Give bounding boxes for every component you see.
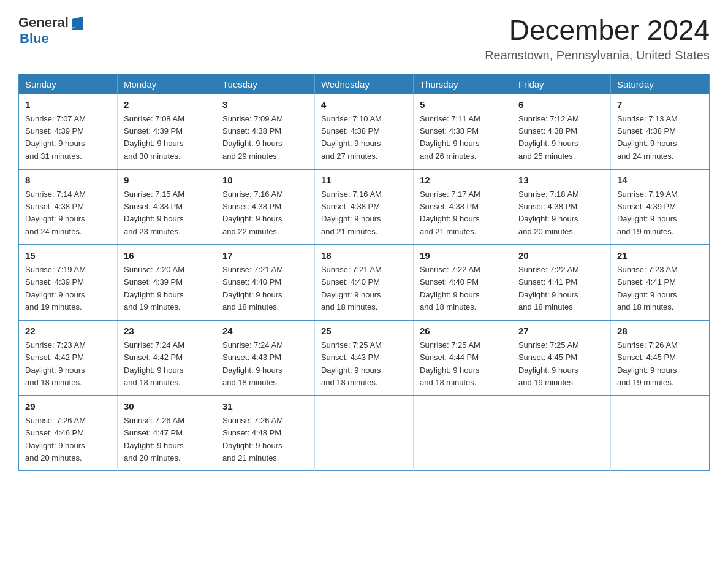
day-info: Sunrise: 7:25 AMSunset: 4:43 PMDaylight:… bbox=[321, 339, 407, 389]
weekday-header-wednesday: Wednesday bbox=[314, 74, 413, 94]
calendar-day-cell: 14Sunrise: 7:19 AMSunset: 4:39 PMDayligh… bbox=[610, 169, 709, 245]
day-info: Sunrise: 7:19 AMSunset: 4:39 PMDaylight:… bbox=[25, 264, 111, 313]
day-info: Sunrise: 7:26 AMSunset: 4:47 PMDaylight:… bbox=[124, 415, 210, 464]
day-number: 20 bbox=[518, 249, 604, 263]
day-number: 31 bbox=[222, 400, 308, 414]
day-number: 27 bbox=[518, 324, 604, 339]
day-info: Sunrise: 7:07 AMSunset: 4:39 PMDaylight:… bbox=[25, 113, 111, 163]
day-number: 10 bbox=[222, 174, 308, 188]
day-info: Sunrise: 7:18 AMSunset: 4:38 PMDaylight:… bbox=[518, 188, 604, 238]
calendar-week-row: 15Sunrise: 7:19 AMSunset: 4:39 PMDayligh… bbox=[19, 245, 710, 320]
calendar-week-row: 29Sunrise: 7:26 AMSunset: 4:46 PMDayligh… bbox=[19, 396, 710, 471]
day-number: 14 bbox=[617, 174, 703, 188]
page-header: General Blue December 2024 Reamstown, Pe… bbox=[18, 15, 710, 63]
day-info: Sunrise: 7:10 AMSunset: 4:38 PMDaylight:… bbox=[321, 113, 407, 163]
day-info: Sunrise: 7:16 AMSunset: 4:38 PMDaylight:… bbox=[222, 188, 308, 238]
calendar-day-cell: 28Sunrise: 7:26 AMSunset: 4:45 PMDayligh… bbox=[610, 320, 709, 396]
day-number: 19 bbox=[420, 249, 506, 263]
day-info: Sunrise: 7:24 AMSunset: 4:43 PMDaylight:… bbox=[222, 339, 308, 389]
calendar-day-cell: 13Sunrise: 7:18 AMSunset: 4:38 PMDayligh… bbox=[512, 169, 610, 245]
day-number: 8 bbox=[25, 174, 111, 188]
day-info: Sunrise: 7:13 AMSunset: 4:38 PMDaylight:… bbox=[617, 113, 703, 163]
calendar-day-cell: 17Sunrise: 7:21 AMSunset: 4:40 PMDayligh… bbox=[216, 245, 314, 320]
day-number: 17 bbox=[222, 249, 308, 263]
calendar-day-cell: 15Sunrise: 7:19 AMSunset: 4:39 PMDayligh… bbox=[19, 245, 118, 320]
day-info: Sunrise: 7:22 AMSunset: 4:40 PMDaylight:… bbox=[420, 264, 506, 313]
calendar-day-cell: 25Sunrise: 7:25 AMSunset: 4:43 PMDayligh… bbox=[314, 320, 413, 396]
day-info: Sunrise: 7:25 AMSunset: 4:45 PMDaylight:… bbox=[518, 339, 604, 389]
day-info: Sunrise: 7:21 AMSunset: 4:40 PMDaylight:… bbox=[321, 264, 407, 313]
day-number: 22 bbox=[25, 324, 111, 339]
calendar-day-cell: 1Sunrise: 7:07 AMSunset: 4:39 PMDaylight… bbox=[19, 94, 118, 169]
day-number: 29 bbox=[25, 400, 111, 414]
day-number: 7 bbox=[617, 98, 703, 112]
page-title: December 2024 bbox=[485, 15, 710, 46]
day-number: 5 bbox=[420, 98, 506, 112]
calendar-day-cell: 27Sunrise: 7:25 AMSunset: 4:45 PMDayligh… bbox=[512, 320, 610, 396]
logo-triangle-icon bbox=[70, 17, 84, 30]
calendar-day-cell: 6Sunrise: 7:12 AMSunset: 4:38 PMDaylight… bbox=[512, 94, 610, 169]
calendar-day-cell: 10Sunrise: 7:16 AMSunset: 4:38 PMDayligh… bbox=[216, 169, 314, 245]
weekday-header-saturday: Saturday bbox=[610, 74, 709, 94]
day-number: 1 bbox=[25, 98, 111, 112]
day-number: 28 bbox=[617, 324, 703, 339]
day-number: 11 bbox=[321, 174, 407, 188]
day-number: 13 bbox=[518, 174, 604, 188]
day-number: 23 bbox=[124, 324, 210, 339]
weekday-header-friday: Friday bbox=[512, 74, 610, 94]
calendar-day-cell: 11Sunrise: 7:16 AMSunset: 4:38 PMDayligh… bbox=[314, 169, 413, 245]
calendar-empty-cell bbox=[314, 396, 413, 471]
calendar-day-cell: 18Sunrise: 7:21 AMSunset: 4:40 PMDayligh… bbox=[314, 245, 413, 320]
day-number: 21 bbox=[617, 249, 703, 263]
calendar-day-cell: 2Sunrise: 7:08 AMSunset: 4:39 PMDaylight… bbox=[117, 94, 216, 169]
weekday-header-thursday: Thursday bbox=[413, 74, 512, 94]
calendar-empty-cell bbox=[413, 396, 512, 471]
calendar-day-cell: 29Sunrise: 7:26 AMSunset: 4:46 PMDayligh… bbox=[19, 396, 118, 471]
day-number: 6 bbox=[518, 98, 604, 112]
day-number: 16 bbox=[124, 249, 210, 263]
day-info: Sunrise: 7:26 AMSunset: 4:45 PMDaylight:… bbox=[617, 339, 703, 389]
calendar-header-row: SundayMondayTuesdayWednesdayThursdayFrid… bbox=[19, 74, 710, 94]
day-info: Sunrise: 7:22 AMSunset: 4:41 PMDaylight:… bbox=[518, 264, 604, 313]
day-info: Sunrise: 7:14 AMSunset: 4:38 PMDaylight:… bbox=[25, 188, 111, 238]
calendar-day-cell: 20Sunrise: 7:22 AMSunset: 4:41 PMDayligh… bbox=[512, 245, 610, 320]
calendar-day-cell: 24Sunrise: 7:24 AMSunset: 4:43 PMDayligh… bbox=[216, 320, 314, 396]
page-subtitle: Reamstown, Pennsylvania, United States bbox=[485, 48, 710, 63]
calendar-empty-cell bbox=[610, 396, 709, 471]
day-info: Sunrise: 7:08 AMSunset: 4:39 PMDaylight:… bbox=[124, 113, 210, 163]
day-number: 15 bbox=[25, 249, 111, 263]
calendar-day-cell: 30Sunrise: 7:26 AMSunset: 4:47 PMDayligh… bbox=[117, 396, 216, 471]
day-info: Sunrise: 7:20 AMSunset: 4:39 PMDaylight:… bbox=[124, 264, 210, 313]
day-info: Sunrise: 7:26 AMSunset: 4:48 PMDaylight:… bbox=[222, 415, 308, 464]
calendar-day-cell: 3Sunrise: 7:09 AMSunset: 4:38 PMDaylight… bbox=[216, 94, 314, 169]
day-info: Sunrise: 7:12 AMSunset: 4:38 PMDaylight:… bbox=[518, 113, 604, 163]
calendar-week-row: 1Sunrise: 7:07 AMSunset: 4:39 PMDaylight… bbox=[19, 94, 710, 169]
logo-general-text: General bbox=[18, 15, 69, 31]
title-area: December 2024 Reamstown, Pennsylvania, U… bbox=[485, 15, 710, 63]
calendar-day-cell: 23Sunrise: 7:24 AMSunset: 4:42 PMDayligh… bbox=[117, 320, 216, 396]
day-number: 30 bbox=[124, 400, 210, 414]
day-info: Sunrise: 7:23 AMSunset: 4:41 PMDaylight:… bbox=[617, 264, 703, 313]
calendar-day-cell: 9Sunrise: 7:15 AMSunset: 4:38 PMDaylight… bbox=[117, 169, 216, 245]
day-info: Sunrise: 7:23 AMSunset: 4:42 PMDaylight:… bbox=[25, 339, 111, 389]
calendar-day-cell: 5Sunrise: 7:11 AMSunset: 4:38 PMDaylight… bbox=[413, 94, 512, 169]
day-number: 24 bbox=[222, 324, 308, 339]
day-info: Sunrise: 7:25 AMSunset: 4:44 PMDaylight:… bbox=[420, 339, 506, 389]
calendar-day-cell: 26Sunrise: 7:25 AMSunset: 4:44 PMDayligh… bbox=[413, 320, 512, 396]
day-number: 9 bbox=[124, 174, 210, 188]
calendar-day-cell: 16Sunrise: 7:20 AMSunset: 4:39 PMDayligh… bbox=[117, 245, 216, 320]
weekday-header-monday: Monday bbox=[117, 74, 216, 94]
calendar-day-cell: 4Sunrise: 7:10 AMSunset: 4:38 PMDaylight… bbox=[314, 94, 413, 169]
weekday-header-sunday: Sunday bbox=[19, 74, 118, 94]
day-info: Sunrise: 7:16 AMSunset: 4:38 PMDaylight:… bbox=[321, 188, 407, 238]
day-number: 26 bbox=[420, 324, 506, 339]
day-info: Sunrise: 7:21 AMSunset: 4:40 PMDaylight:… bbox=[222, 264, 308, 313]
calendar-day-cell: 19Sunrise: 7:22 AMSunset: 4:40 PMDayligh… bbox=[413, 245, 512, 320]
day-info: Sunrise: 7:24 AMSunset: 4:42 PMDaylight:… bbox=[124, 339, 210, 389]
logo-blue-text: Blue bbox=[20, 31, 84, 47]
day-number: 18 bbox=[321, 249, 407, 263]
calendar-day-cell: 21Sunrise: 7:23 AMSunset: 4:41 PMDayligh… bbox=[610, 245, 709, 320]
calendar-day-cell: 22Sunrise: 7:23 AMSunset: 4:42 PMDayligh… bbox=[19, 320, 118, 396]
weekday-header-tuesday: Tuesday bbox=[216, 74, 314, 94]
day-number: 2 bbox=[124, 98, 210, 112]
